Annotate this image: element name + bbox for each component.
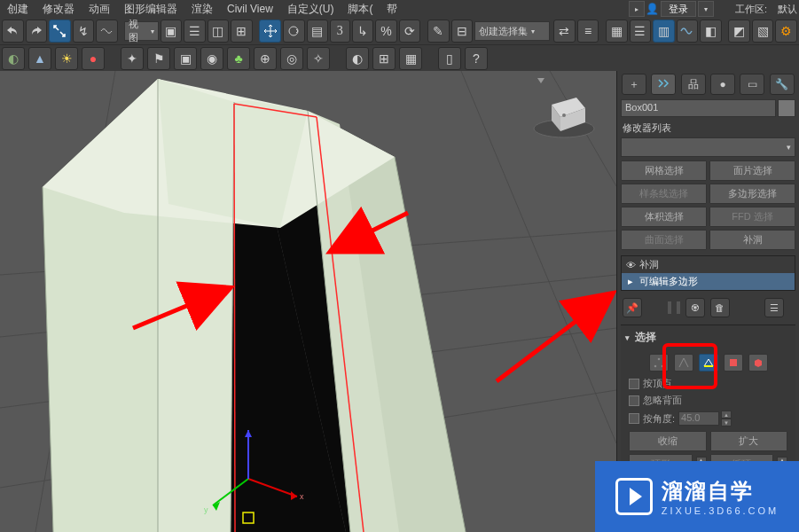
subobj-vertex-button[interactable] <box>649 354 669 372</box>
sun-icon[interactable]: ☀ <box>55 47 78 70</box>
bind-spacewarp-button[interactable] <box>96 20 118 43</box>
workspace-value[interactable]: 默认 <box>778 3 797 16</box>
selection-filter-combo[interactable]: 视图▾ <box>124 21 158 41</box>
curve-editor-button[interactable]: ▥ <box>653 20 675 43</box>
btn-mesh-select[interactable]: 网格选择 <box>621 160 707 181</box>
gradient-icon[interactable]: ◐ <box>346 47 369 70</box>
tab-modify[interactable] <box>651 74 676 95</box>
layer-explorer-button[interactable]: ▦ <box>606 20 628 43</box>
rollout-toggle-icon[interactable]: ▾ <box>625 333 630 342</box>
use-pivot-button[interactable]: ↳ <box>352 20 374 43</box>
subobj-element-button[interactable] <box>748 354 768 372</box>
populate-icon[interactable]: ✦ <box>121 47 144 70</box>
render-button[interactable]: ⚙ <box>775 20 797 43</box>
tab-motion[interactable]: ● <box>710 74 735 95</box>
menu-render[interactable]: 渲染 <box>186 1 218 17</box>
menu-create[interactable]: 创建 <box>2 1 34 17</box>
menu-graph-editor[interactable]: 图形编辑器 <box>119 1 183 17</box>
toggle-ribbon-button[interactable]: ☰ <box>630 20 652 43</box>
modifier-list-dropdown[interactable]: ▾ <box>621 137 795 157</box>
object-color-swatch[interactable] <box>778 99 795 117</box>
btn-ffd-select[interactable]: FFD 选择 <box>709 207 795 227</box>
btn-spline-select[interactable]: 样条线选择 <box>621 184 707 204</box>
btn-patch-select[interactable]: 面片选择 <box>709 160 795 181</box>
menu-script[interactable]: 脚本( <box>342 1 378 17</box>
menu-modifiers[interactable]: 修改器 <box>37 1 80 17</box>
menu-animation[interactable]: 动画 <box>83 1 115 17</box>
data-icon[interactable]: ▯ <box>438 47 461 70</box>
btn-vol-select[interactable]: 体积选择 <box>621 207 707 227</box>
select-object-button[interactable]: ▣ <box>161 20 183 43</box>
subobj-border-button[interactable] <box>699 354 718 372</box>
tab-display[interactable]: ▭ <box>740 74 764 95</box>
spinner-snap-button[interactable]: ⟳ <box>399 20 421 43</box>
perspective-viewport[interactable]: x y <box>0 71 616 532</box>
menu-civil-view[interactable]: Civil View <box>222 1 278 17</box>
stack-item-0[interactable]: 补洞 <box>639 258 659 271</box>
window-crossing-button[interactable]: ⊞ <box>231 20 253 43</box>
login-button[interactable]: 登录 <box>661 1 696 17</box>
select-region-button[interactable]: ◫ <box>208 20 230 43</box>
move-button[interactable] <box>259 20 281 43</box>
scale-button[interactable]: ▤ <box>307 20 329 43</box>
make-unique-button[interactable] <box>677 301 680 314</box>
flow-icon[interactable]: ⚑ <box>147 47 170 70</box>
snap-percent-button[interactable]: % <box>375 20 397 43</box>
by-angle-value[interactable]: 45.0 <box>678 411 719 426</box>
mirror-button[interactable]: ⇄ <box>553 20 576 43</box>
render-frame-button[interactable]: ▧ <box>752 20 774 43</box>
seat-icon[interactable]: ◉ <box>200 47 223 70</box>
btn-surf-select[interactable]: 曲面选择 <box>621 230 707 250</box>
daylight-icon[interactable]: ▲ <box>28 47 51 70</box>
login-prev[interactable]: ▸ <box>629 1 645 17</box>
tab-utilities[interactable]: 🔧 <box>770 74 795 95</box>
menu-help[interactable]: 帮 <box>381 1 403 17</box>
unlink-button[interactable]: ↯ <box>73 20 95 43</box>
material-editor-button[interactable]: ◧ <box>700 20 722 43</box>
swirl-icon[interactable]: ◎ <box>280 47 303 70</box>
remove-modifier-button[interactable]: ♼ <box>685 298 705 317</box>
named-sel-lock-button[interactable]: ⊟ <box>451 20 474 43</box>
named-sel-edit-button[interactable]: ✎ <box>427 20 450 43</box>
stack-item-1[interactable]: 可编辑多边形 <box>639 275 698 288</box>
tab-hierarchy[interactable]: 品 <box>681 74 706 95</box>
state-sets-icon[interactable]: ▦ <box>399 47 422 70</box>
btn-poly-select[interactable]: 多边形选择 <box>709 184 795 204</box>
select-by-name-button[interactable]: ☰ <box>184 20 206 43</box>
schematic-view-button[interactable] <box>677 20 699 43</box>
pin-stack-button[interactable]: 📌 <box>623 298 642 317</box>
modifier-stack[interactable]: 👁 补洞 ▸ 可编辑多边形 <box>621 255 795 291</box>
shrink-button[interactable]: 收缩 <box>629 431 707 451</box>
login-dropdown[interactable]: ▾ <box>698 1 714 17</box>
undo-button[interactable] <box>2 20 24 43</box>
ref-coord-button[interactable]: 3 <box>330 20 350 43</box>
sphere-icon[interactable]: ● <box>82 47 105 70</box>
tab-create[interactable]: ＋ <box>622 74 646 95</box>
configure-sets-button[interactable]: 🗑 <box>710 298 730 317</box>
by-angle-down[interactable]: ▼ <box>721 419 732 426</box>
select-link-button[interactable] <box>49 20 71 43</box>
content-icon[interactable]: ✧ <box>307 47 330 70</box>
rotate-button[interactable] <box>283 20 305 43</box>
btn-cap-holes[interactable]: 补洞 <box>709 230 795 250</box>
help-icon[interactable]: ? <box>465 47 488 70</box>
hp-icon[interactable]: ⊕ <box>254 47 277 70</box>
idle-icon[interactable]: ▣ <box>174 47 197 70</box>
object-name-input[interactable]: Box001 <box>621 99 776 117</box>
show-end-result-button[interactable] <box>668 301 671 314</box>
named-sel-combo[interactable]: 创建选择集▾ <box>474 21 550 41</box>
subobj-edge-button[interactable] <box>674 354 693 372</box>
redo-button[interactable] <box>26 20 48 43</box>
by-vertex-checkbox[interactable] <box>629 379 639 389</box>
stack-options-button[interactable]: ☰ <box>764 298 784 317</box>
menu-customize[interactable]: 自定义(U) <box>282 1 340 17</box>
render-setup-button[interactable]: ◩ <box>728 20 750 43</box>
by-angle-up[interactable]: ▲ <box>721 411 732 419</box>
subobj-polygon-button[interactable] <box>724 354 743 372</box>
align-button[interactable]: ≡ <box>577 20 599 43</box>
grow-button[interactable]: 扩大 <box>710 431 788 451</box>
expand-icon[interactable]: ▸ <box>625 276 636 287</box>
teapot-icon[interactable]: ◐ <box>2 47 25 70</box>
visibility-icon[interactable]: 👁 <box>625 260 636 270</box>
plant-icon[interactable]: ♣ <box>227 47 250 70</box>
